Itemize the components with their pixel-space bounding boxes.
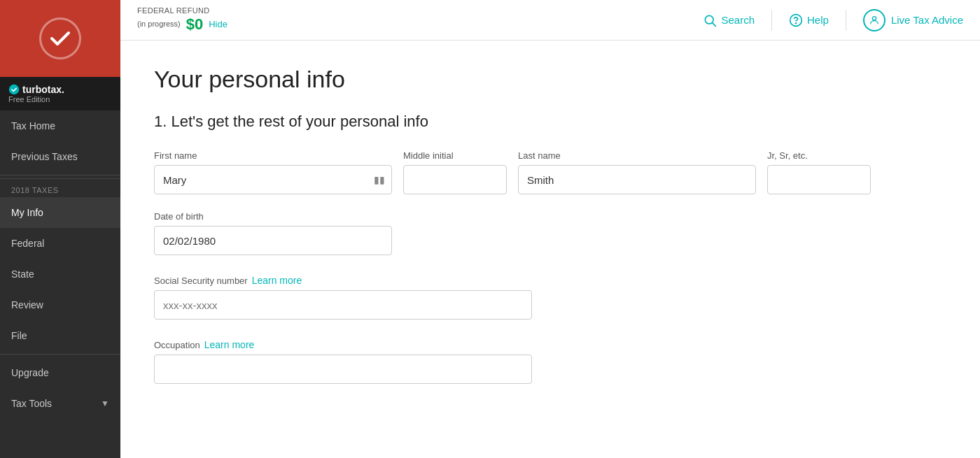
refund-section: FEDERAL REFUND (in progress) $0 Hide bbox=[137, 6, 703, 34]
last-name-label: Last name bbox=[518, 150, 756, 161]
chevron-down-icon: ▼ bbox=[101, 399, 109, 408]
refund-sub-label: (in progress) bbox=[137, 20, 181, 29]
nav-divider-2 bbox=[0, 354, 120, 355]
brand-name: turbotax. bbox=[22, 84, 64, 95]
sidebar-item-tax-home[interactable]: Tax Home bbox=[0, 110, 120, 141]
logo-area bbox=[0, 0, 120, 77]
hide-refund-link[interactable]: Hide bbox=[209, 19, 227, 30]
brand-area: turbotax. Free Edition bbox=[0, 77, 120, 110]
occupation-learn-more-link[interactable]: Learn more bbox=[204, 339, 255, 350]
sidebar-item-federal[interactable]: Federal bbox=[0, 228, 120, 259]
first-name-input[interactable] bbox=[154, 165, 392, 194]
search-button[interactable]: Search bbox=[703, 13, 755, 27]
sidebar-item-file[interactable]: File bbox=[0, 320, 120, 351]
occupation-label-row: Occupation Learn more bbox=[154, 339, 946, 350]
sidebar: turbotax. Free Edition Tax Home Previous… bbox=[0, 0, 120, 458]
svg-point-5 bbox=[872, 16, 876, 20]
svg-point-0 bbox=[9, 85, 19, 94]
help-icon bbox=[789, 13, 803, 27]
ssn-label-row: Social Security number Learn more bbox=[154, 275, 946, 286]
ssn-label: Social Security number bbox=[154, 275, 248, 286]
top-bar-divider-1 bbox=[771, 10, 772, 31]
sidebar-item-upgrade[interactable]: Upgrade bbox=[0, 357, 120, 388]
ssn-section: Social Security number Learn more bbox=[154, 275, 946, 320]
suffix-input[interactable] bbox=[767, 165, 871, 194]
turbotax-logo-icon bbox=[8, 84, 20, 95]
occupation-section: Occupation Learn more bbox=[154, 339, 946, 384]
top-bar: FEDERAL REFUND (in progress) $0 Hide Sea… bbox=[120, 0, 980, 41]
live-advice-label: Live Tax Advice bbox=[891, 14, 963, 26]
dob-group: Date of birth bbox=[154, 211, 946, 255]
person-icon bbox=[869, 15, 880, 26]
search-label: Search bbox=[721, 14, 755, 26]
person-card-icon: ▮▮ bbox=[374, 174, 385, 185]
middle-initial-label: Middle initial bbox=[403, 150, 507, 161]
top-bar-actions: Search Help Live Tax Advi bbox=[703, 9, 963, 31]
sidebar-item-my-info[interactable]: My Info bbox=[0, 197, 120, 228]
sidebar-item-state[interactable]: State bbox=[0, 259, 120, 289]
dob-input[interactable] bbox=[154, 226, 392, 255]
svg-line-2 bbox=[713, 23, 716, 26]
last-name-input[interactable] bbox=[518, 165, 756, 194]
suffix-group: Jr, Sr, etc. bbox=[767, 150, 871, 194]
middle-initial-group: Middle initial bbox=[403, 150, 507, 194]
section-title: 1. Let's get the rest of your personal i… bbox=[154, 113, 946, 131]
dob-section: Date of birth bbox=[154, 211, 946, 255]
live-advice-button[interactable]: Live Tax Advice bbox=[863, 9, 963, 31]
occupation-label: Occupation bbox=[154, 340, 200, 350]
first-name-input-wrapper: ▮▮ bbox=[154, 165, 392, 194]
nav-section-2018-taxes: 2018 TAXES bbox=[0, 178, 120, 197]
ssn-learn-more-link[interactable]: Learn more bbox=[252, 275, 302, 286]
refund-amount: $0 bbox=[186, 15, 203, 34]
sidebar-nav: Tax Home Previous Taxes 2018 TAXES My In… bbox=[0, 110, 120, 458]
first-name-group: First name ▮▮ bbox=[154, 150, 392, 194]
help-button[interactable]: Help bbox=[789, 13, 829, 27]
last-name-group: Last name bbox=[518, 150, 756, 194]
top-bar-divider-2 bbox=[846, 10, 846, 31]
nav-divider-1 bbox=[0, 175, 120, 176]
sidebar-item-review[interactable]: Review bbox=[0, 289, 120, 320]
first-name-label: First name bbox=[154, 150, 392, 161]
checkmark-logo bbox=[39, 17, 81, 59]
dob-label: Date of birth bbox=[154, 211, 946, 222]
svg-point-1 bbox=[706, 15, 714, 24]
name-row: First name ▮▮ Middle initial Last name J… bbox=[154, 150, 946, 194]
refund-label: FEDERAL REFUND bbox=[137, 6, 703, 15]
suffix-label: Jr, Sr, etc. bbox=[767, 150, 871, 161]
brand-edition: Free Edition bbox=[8, 95, 64, 103]
main-area: FEDERAL REFUND (in progress) $0 Hide Sea… bbox=[120, 0, 980, 458]
middle-initial-input[interactable] bbox=[403, 165, 507, 194]
ssn-input[interactable] bbox=[154, 290, 532, 320]
content-area: Your personal info 1. Let's get the rest… bbox=[120, 41, 980, 458]
sidebar-item-previous-taxes[interactable]: Previous Taxes bbox=[0, 141, 120, 172]
sidebar-item-tax-tools[interactable]: Tax Tools ▼ bbox=[0, 388, 120, 419]
live-advice-icon bbox=[863, 9, 886, 31]
occupation-input[interactable] bbox=[154, 355, 532, 384]
search-icon bbox=[703, 13, 717, 27]
page-title: Your personal info bbox=[154, 66, 946, 93]
help-label: Help bbox=[807, 14, 829, 26]
